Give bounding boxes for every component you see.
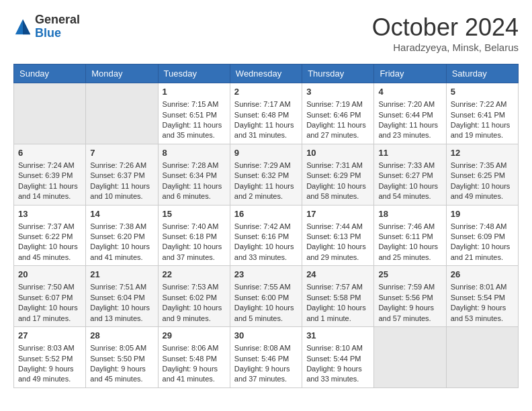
- day-number: 29: [163, 330, 226, 342]
- calendar-cell: 3Sunrise: 7:19 AMSunset: 6:46 PMDaylight…: [302, 83, 374, 144]
- sunset-text: Sunset: 5:48 PM: [163, 354, 226, 364]
- day-number: 2: [234, 86, 298, 98]
- sunrise-text: Sunrise: 7:46 AM: [378, 222, 441, 232]
- logo-general: General: [35, 13, 80, 26]
- daylight-text: Daylight: 11 hours and 2 minutes.: [234, 181, 298, 202]
- sunset-text: Sunset: 6:44 PM: [378, 110, 441, 120]
- logo-blue: Blue: [35, 26, 61, 40]
- calendar-cell: 10Sunrise: 7:31 AMSunset: 6:29 PMDayligh…: [302, 144, 374, 205]
- calendar-cell: 26Sunrise: 8:01 AMSunset: 5:54 PMDayligh…: [446, 266, 518, 327]
- sunset-text: Sunset: 6:39 PM: [18, 171, 81, 181]
- svg-marker-1: [23, 19, 30, 34]
- calendar-cell: 30Sunrise: 8:08 AMSunset: 5:46 PMDayligh…: [230, 327, 302, 388]
- daylight-text: Daylight: 9 hours and 49 minutes.: [18, 364, 81, 385]
- daylight-text: Daylight: 10 hours and 1 minute.: [306, 303, 369, 324]
- day-number: 4: [378, 86, 441, 98]
- day-number: 5: [451, 86, 514, 98]
- daylight-text: Daylight: 10 hours and 45 minutes.: [18, 242, 81, 263]
- sunset-text: Sunset: 6:51 PM: [163, 110, 226, 120]
- calendar-cell: 14Sunrise: 7:38 AMSunset: 6:20 PMDayligh…: [86, 205, 158, 266]
- day-number: 15: [163, 208, 226, 220]
- month-title: October 2024: [372, 13, 519, 42]
- sunset-text: Sunset: 6:25 PM: [451, 171, 514, 181]
- sunset-text: Sunset: 6:02 PM: [163, 293, 226, 303]
- calendar-cell: 2Sunrise: 7:17 AMSunset: 6:48 PMDaylight…: [230, 83, 302, 144]
- daylight-text: Daylight: 10 hours and 54 minutes.: [378, 181, 441, 202]
- page-header: General Blue October 2024 Haradzyeya, Mi…: [13, 13, 519, 53]
- daylight-text: Daylight: 10 hours and 25 minutes.: [378, 242, 441, 263]
- daylight-text: Daylight: 10 hours and 37 minutes.: [163, 242, 226, 263]
- day-number: 20: [18, 269, 81, 281]
- calendar-cell: 4Sunrise: 7:20 AMSunset: 6:44 PMDaylight…: [374, 83, 446, 144]
- daylight-text: Daylight: 9 hours and 45 minutes.: [90, 364, 153, 385]
- daylight-text: Daylight: 11 hours and 35 minutes.: [163, 120, 226, 141]
- day-number: 10: [306, 147, 369, 159]
- daylight-text: Daylight: 11 hours and 27 minutes.: [306, 120, 369, 141]
- calendar-cell: [86, 83, 158, 144]
- sunrise-text: Sunrise: 7:26 AM: [90, 161, 153, 171]
- sunrise-text: Sunrise: 7:17 AM: [234, 99, 298, 109]
- day-number: 8: [163, 147, 226, 159]
- sunset-text: Sunset: 6:09 PM: [451, 232, 514, 242]
- header-day-monday: Monday: [86, 64, 158, 83]
- sunset-text: Sunset: 6:18 PM: [163, 232, 226, 242]
- daylight-text: Daylight: 10 hours and 9 minutes.: [163, 303, 226, 324]
- calendar-cell: 18Sunrise: 7:46 AMSunset: 6:11 PMDayligh…: [374, 205, 446, 266]
- sunset-text: Sunset: 6:27 PM: [378, 171, 441, 181]
- sunrise-text: Sunrise: 7:24 AM: [18, 161, 81, 171]
- calendar-cell: 31Sunrise: 8:10 AMSunset: 5:44 PMDayligh…: [302, 327, 374, 388]
- sunrise-text: Sunrise: 7:31 AM: [306, 161, 369, 171]
- calendar-cell: 27Sunrise: 8:03 AMSunset: 5:52 PMDayligh…: [14, 327, 86, 388]
- header-row: SundayMondayTuesdayWednesdayThursdayFrid…: [14, 64, 519, 83]
- daylight-text: Daylight: 11 hours and 14 minutes.: [18, 181, 81, 202]
- sunrise-text: Sunrise: 7:29 AM: [234, 161, 298, 171]
- sunset-text: Sunset: 6:29 PM: [306, 171, 369, 181]
- day-number: 28: [90, 330, 153, 342]
- day-number: 13: [18, 208, 81, 220]
- sunset-text: Sunset: 5:58 PM: [306, 293, 369, 303]
- sunset-text: Sunset: 6:48 PM: [234, 110, 298, 120]
- header-day-saturday: Saturday: [446, 64, 518, 83]
- calendar-cell: 13Sunrise: 7:37 AMSunset: 6:22 PMDayligh…: [14, 205, 86, 266]
- sunset-text: Sunset: 6:20 PM: [90, 232, 153, 242]
- sunrise-text: Sunrise: 7:20 AM: [378, 99, 441, 109]
- daylight-text: Daylight: 10 hours and 5 minutes.: [234, 303, 298, 324]
- calendar-body: 1Sunrise: 7:15 AMSunset: 6:51 PMDaylight…: [14, 83, 519, 388]
- header-day-sunday: Sunday: [14, 64, 86, 83]
- day-number: 3: [306, 86, 369, 98]
- calendar-cell: 17Sunrise: 7:44 AMSunset: 6:13 PMDayligh…: [302, 205, 374, 266]
- sunset-text: Sunset: 5:52 PM: [18, 354, 81, 364]
- day-number: 18: [378, 208, 441, 220]
- sunrise-text: Sunrise: 7:28 AM: [163, 161, 226, 171]
- header-day-wednesday: Wednesday: [230, 64, 302, 83]
- calendar-cell: 29Sunrise: 8:06 AMSunset: 5:48 PMDayligh…: [158, 327, 230, 388]
- header-day-friday: Friday: [374, 64, 446, 83]
- sunset-text: Sunset: 6:11 PM: [378, 232, 441, 242]
- day-number: 14: [90, 208, 153, 220]
- calendar-cell: 19Sunrise: 7:48 AMSunset: 6:09 PMDayligh…: [446, 205, 518, 266]
- calendar-cell: 25Sunrise: 7:59 AMSunset: 5:56 PMDayligh…: [374, 266, 446, 327]
- day-number: 27: [18, 330, 81, 342]
- sunrise-text: Sunrise: 7:19 AM: [306, 99, 369, 109]
- sunset-text: Sunset: 6:41 PM: [451, 110, 514, 120]
- sunset-text: Sunset: 6:16 PM: [234, 232, 298, 242]
- sunrise-text: Sunrise: 7:53 AM: [163, 282, 226, 292]
- daylight-text: Daylight: 10 hours and 58 minutes.: [306, 181, 369, 202]
- day-number: 11: [378, 147, 441, 159]
- week-row-4: 20Sunrise: 7:50 AMSunset: 6:07 PMDayligh…: [14, 266, 519, 327]
- day-number: 21: [90, 269, 153, 281]
- day-number: 30: [234, 330, 298, 342]
- sunrise-text: Sunrise: 7:22 AM: [451, 99, 514, 109]
- sunset-text: Sunset: 6:46 PM: [306, 110, 369, 120]
- calendar-cell: 24Sunrise: 7:57 AMSunset: 5:58 PMDayligh…: [302, 266, 374, 327]
- day-number: 12: [451, 147, 514, 159]
- sunset-text: Sunset: 6:37 PM: [90, 171, 153, 181]
- daylight-text: Daylight: 10 hours and 21 minutes.: [451, 242, 514, 263]
- header-day-thursday: Thursday: [302, 64, 374, 83]
- sunset-text: Sunset: 6:32 PM: [234, 171, 298, 181]
- sunset-text: Sunset: 5:46 PM: [234, 354, 298, 364]
- calendar-cell: 7Sunrise: 7:26 AMSunset: 6:37 PMDaylight…: [86, 144, 158, 205]
- sunset-text: Sunset: 6:34 PM: [163, 171, 226, 181]
- sunset-text: Sunset: 5:50 PM: [90, 354, 153, 364]
- title-block: October 2024 Haradzyeya, Minsk, Belarus: [372, 13, 519, 53]
